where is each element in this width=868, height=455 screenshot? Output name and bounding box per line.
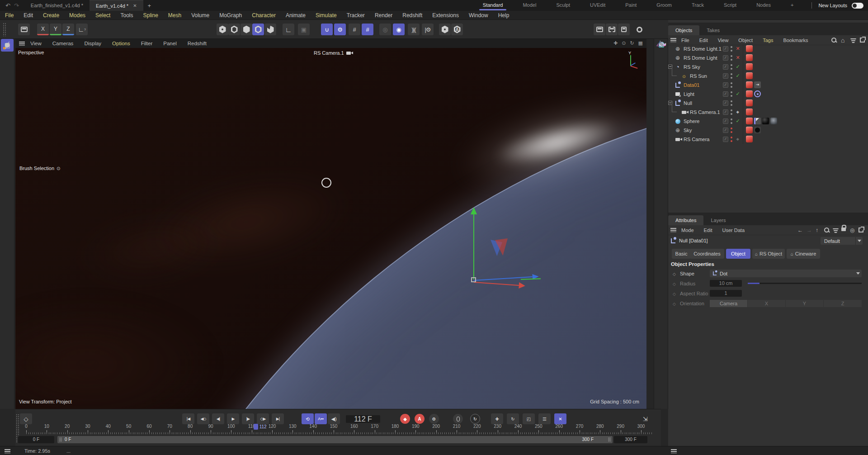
- orientation-x-button[interactable]: X: [748, 300, 785, 307]
- edit-toggle-icon[interactable]: ∕: [723, 91, 728, 97]
- objects-menu-item[interactable]: Object: [733, 38, 758, 43]
- symmetry-settings-icon[interactable]: |⚙: [422, 24, 434, 35]
- new-document-tab-button[interactable]: +: [143, 2, 156, 9]
- redshift-tag[interactable]: [746, 136, 753, 142]
- grid-lock-icon[interactable]: #: [362, 24, 373, 35]
- back-icon[interactable]: ←: [797, 227, 803, 233]
- tree-row-null[interactable]: Null ∕: [668, 99, 868, 108]
- visibility-dots-off[interactable]: [731, 128, 732, 133]
- attributes-menu-item[interactable]: Edit: [699, 228, 717, 233]
- workplane-icon[interactable]: ▣: [298, 24, 310, 35]
- menu-item[interactable]: MoGraph: [214, 12, 247, 19]
- record-parameters-button[interactable]: ☰: [538, 413, 551, 424]
- toggle-views-icon[interactable]: ▦: [638, 40, 643, 46]
- shape-dropdown[interactable]: Dot: [710, 270, 862, 277]
- play-mode-button[interactable]: A▪▪: [315, 413, 327, 424]
- edit-toggle-icon[interactable]: ∕: [723, 118, 728, 124]
- tree-row-rs-camera[interactable]: RS Camera ∕⌖: [668, 135, 868, 144]
- lock-icon[interactable]: [841, 225, 846, 232]
- tree-row-rs-camera-1[interactable]: RS Camera.1 ∕⌖: [668, 108, 868, 117]
- aspect-ratio-field[interactable]: 1: [710, 290, 742, 297]
- visibility-dots[interactable]: [731, 73, 732, 79]
- undo-icon[interactable]: ↶: [5, 2, 10, 9]
- grid-icon[interactable]: #: [349, 24, 360, 35]
- popout-icon[interactable]: [859, 228, 863, 234]
- search-icon[interactable]: [824, 227, 830, 234]
- goto-start-button[interactable]: |◀: [182, 413, 194, 424]
- goto-end-button[interactable]: ▶|: [272, 413, 284, 424]
- menu-item[interactable]: Tools: [115, 12, 138, 19]
- menu-item[interactable]: Redshift: [397, 12, 427, 19]
- tab-coordinates[interactable]: Coordinates: [690, 249, 724, 259]
- close-tab-icon[interactable]: ✕: [133, 3, 137, 8]
- menu-item[interactable]: File: [0, 12, 19, 19]
- menu-item[interactable]: Create: [38, 12, 64, 19]
- camera-toggle-icon[interactable]: ⌖: [735, 136, 741, 142]
- redshift-tag[interactable]: [746, 63, 753, 70]
- redshift-tag[interactable]: [746, 72, 753, 79]
- keying-settings-icon[interactable]: ⚙: [429, 414, 439, 424]
- search-icon[interactable]: [831, 37, 837, 44]
- prev-frame-button[interactable]: ◀|: [212, 413, 224, 424]
- key-diamond-icon[interactable]: ◇: [673, 282, 676, 286]
- material-tag-black[interactable]: [754, 127, 761, 133]
- target-icon[interactable]: ◎: [850, 227, 854, 233]
- redshift-tag[interactable]: [746, 54, 753, 61]
- library-icon[interactable]: [618, 24, 630, 35]
- playhead[interactable]: [254, 424, 258, 430]
- lock-y-axis-button[interactable]: Y: [50, 24, 61, 35]
- annotate-icon[interactable]: ✎: [655, 39, 668, 50]
- add-layout-button[interactable]: +: [781, 0, 803, 11]
- document-tab[interactable]: Earth_finished_v1.c4d *: [24, 0, 90, 11]
- key-diamond-icon[interactable]: ◇: [673, 272, 676, 276]
- document-tab-active[interactable]: Earth_v1.c4d * ✕: [90, 0, 143, 11]
- menu-item[interactable]: Simulate: [311, 12, 342, 19]
- tab-layers[interactable]: Layers: [703, 215, 733, 225]
- edit-toggle-icon[interactable]: ∕: [723, 46, 728, 52]
- snap-settings-icon[interactable]: ⚙: [334, 24, 346, 35]
- menu-item[interactable]: Animate: [281, 12, 311, 19]
- render-region-icon[interactable]: [241, 24, 252, 35]
- tab-objects[interactable]: Objects: [668, 25, 699, 35]
- symmetry-icon[interactable]: )|(: [408, 24, 420, 35]
- edit-toggle-icon[interactable]: ∕: [723, 137, 728, 142]
- objects-menu-item[interactable]: Bookmarks: [778, 38, 813, 43]
- attributes-menu-icon[interactable]: [670, 228, 676, 232]
- orientation-camera-button[interactable]: Camera: [710, 300, 747, 307]
- key-diamond-icon[interactable]: ◇: [673, 292, 676, 296]
- axis-modify-icon[interactable]: ∟: [283, 24, 294, 35]
- viewport-menu-item[interactable]: View: [25, 41, 47, 46]
- forward-icon[interactable]: →: [807, 227, 812, 233]
- record-position-button[interactable]: ✚: [491, 413, 503, 424]
- edit-toggle-icon[interactable]: ∕: [723, 73, 728, 79]
- asset-browser-icon[interactable]: [594, 24, 605, 35]
- up-icon[interactable]: ↑: [816, 227, 818, 233]
- add-keyframe-button[interactable]: ◇: [20, 413, 32, 424]
- menu-item[interactable]: Extensions: [427, 12, 464, 19]
- orientation-z-button[interactable]: Z: [824, 300, 862, 307]
- attributes-menu-item[interactable]: User Data: [717, 228, 750, 233]
- light-tag[interactable]: [754, 90, 761, 97]
- content-browser-icon[interactable]: [606, 24, 618, 35]
- material-tag-earth[interactable]: [770, 118, 777, 124]
- rs-render-icon[interactable]: [439, 24, 451, 35]
- objects-menu-item[interactable]: Tags: [758, 38, 778, 43]
- filter-icon[interactable]: [850, 38, 856, 44]
- next-key-button[interactable]: ◇▶: [257, 413, 269, 424]
- edit-toggle-icon[interactable]: ∕: [723, 55, 728, 61]
- visibility-dots[interactable]: [731, 64, 732, 70]
- enabled-state-icon[interactable]: ✕: [735, 46, 741, 52]
- selection-tag[interactable]: [754, 118, 761, 124]
- tab-basic[interactable]: Basic: [672, 249, 691, 259]
- tree-row-sky[interactable]: ⊕Sky ∕: [668, 126, 868, 135]
- mouse-record-icon[interactable]: [453, 414, 463, 424]
- enabled-state-icon[interactable]: ✓: [735, 118, 741, 124]
- edit-toggle-icon[interactable]: ∕: [723, 128, 728, 133]
- viewport-menu-icon[interactable]: [19, 42, 25, 46]
- layout-tab[interactable]: Track: [682, 0, 714, 11]
- menu-item[interactable]: Modes: [64, 12, 90, 19]
- attributes-menu-item[interactable]: Mode: [676, 228, 699, 233]
- status-menu-icon[interactable]: [5, 449, 10, 453]
- gizmo-origin-handle[interactable]: [471, 277, 476, 282]
- edit-toggle-icon[interactable]: ∕: [723, 109, 728, 115]
